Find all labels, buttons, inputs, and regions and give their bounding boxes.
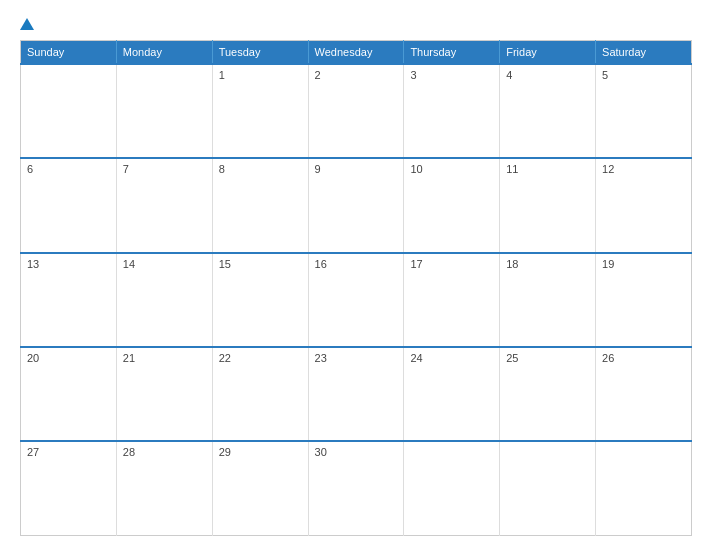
calendar-cell: 20 (21, 347, 117, 441)
date-number: 3 (410, 69, 416, 81)
date-number: 24 (410, 352, 422, 364)
week-row-4: 20212223242526 (21, 347, 692, 441)
calendar-cell (404, 441, 500, 535)
weekday-header-sunday: Sunday (21, 41, 117, 65)
calendar-cell: 6 (21, 158, 117, 252)
date-number: 20 (27, 352, 39, 364)
calendar-cell: 19 (596, 253, 692, 347)
calendar-page: SundayMondayTuesdayWednesdayThursdayFrid… (0, 0, 712, 550)
calendar-cell: 10 (404, 158, 500, 252)
date-number: 30 (315, 446, 327, 458)
date-number: 21 (123, 352, 135, 364)
calendar-cell: 22 (212, 347, 308, 441)
date-number: 19 (602, 258, 614, 270)
header (20, 18, 692, 30)
date-number: 22 (219, 352, 231, 364)
calendar-grid: SundayMondayTuesdayWednesdayThursdayFrid… (20, 40, 692, 536)
calendar-cell: 28 (116, 441, 212, 535)
calendar-cell: 1 (212, 64, 308, 158)
calendar-cell: 13 (21, 253, 117, 347)
week-row-2: 6789101112 (21, 158, 692, 252)
weekday-header-thursday: Thursday (404, 41, 500, 65)
date-number: 16 (315, 258, 327, 270)
calendar-cell: 18 (500, 253, 596, 347)
date-number: 11 (506, 163, 518, 175)
calendar-cell: 17 (404, 253, 500, 347)
calendar-cell: 14 (116, 253, 212, 347)
date-number: 14 (123, 258, 135, 270)
date-number: 1 (219, 69, 225, 81)
calendar-cell: 3 (404, 64, 500, 158)
calendar-cell: 27 (21, 441, 117, 535)
date-number: 25 (506, 352, 518, 364)
calendar-cell: 7 (116, 158, 212, 252)
calendar-cell: 21 (116, 347, 212, 441)
weekday-header-row: SundayMondayTuesdayWednesdayThursdayFrid… (21, 41, 692, 65)
date-number: 10 (410, 163, 422, 175)
date-number: 4 (506, 69, 512, 81)
date-number: 8 (219, 163, 225, 175)
date-number: 26 (602, 352, 614, 364)
calendar-cell: 9 (308, 158, 404, 252)
weekday-header-wednesday: Wednesday (308, 41, 404, 65)
week-row-3: 13141516171819 (21, 253, 692, 347)
date-number: 23 (315, 352, 327, 364)
weekday-header-friday: Friday (500, 41, 596, 65)
date-number: 18 (506, 258, 518, 270)
calendar-cell: 4 (500, 64, 596, 158)
date-number: 5 (602, 69, 608, 81)
calendar-cell (116, 64, 212, 158)
calendar-cell (596, 441, 692, 535)
logo (20, 18, 38, 30)
calendar-cell: 11 (500, 158, 596, 252)
logo-blue-row (20, 18, 38, 30)
date-number: 13 (27, 258, 39, 270)
date-number: 9 (315, 163, 321, 175)
date-number: 28 (123, 446, 135, 458)
calendar-cell: 29 (212, 441, 308, 535)
date-number: 15 (219, 258, 231, 270)
calendar-cell: 15 (212, 253, 308, 347)
calendar-cell: 25 (500, 347, 596, 441)
date-number: 27 (27, 446, 39, 458)
calendar-cell: 16 (308, 253, 404, 347)
calendar-cell: 24 (404, 347, 500, 441)
calendar-cell: 30 (308, 441, 404, 535)
logo-triangle-icon (20, 18, 34, 30)
weekday-header-monday: Monday (116, 41, 212, 65)
week-row-5: 27282930 (21, 441, 692, 535)
date-number: 7 (123, 163, 129, 175)
date-number: 17 (410, 258, 422, 270)
calendar-cell: 12 (596, 158, 692, 252)
calendar-cell: 8 (212, 158, 308, 252)
weekday-header-saturday: Saturday (596, 41, 692, 65)
date-number: 29 (219, 446, 231, 458)
weekday-header-tuesday: Tuesday (212, 41, 308, 65)
date-number: 2 (315, 69, 321, 81)
calendar-cell (21, 64, 117, 158)
calendar-cell: 26 (596, 347, 692, 441)
date-number: 6 (27, 163, 33, 175)
calendar-cell (500, 441, 596, 535)
week-row-1: 12345 (21, 64, 692, 158)
calendar-cell: 23 (308, 347, 404, 441)
date-number: 12 (602, 163, 614, 175)
calendar-cell: 2 (308, 64, 404, 158)
calendar-cell: 5 (596, 64, 692, 158)
